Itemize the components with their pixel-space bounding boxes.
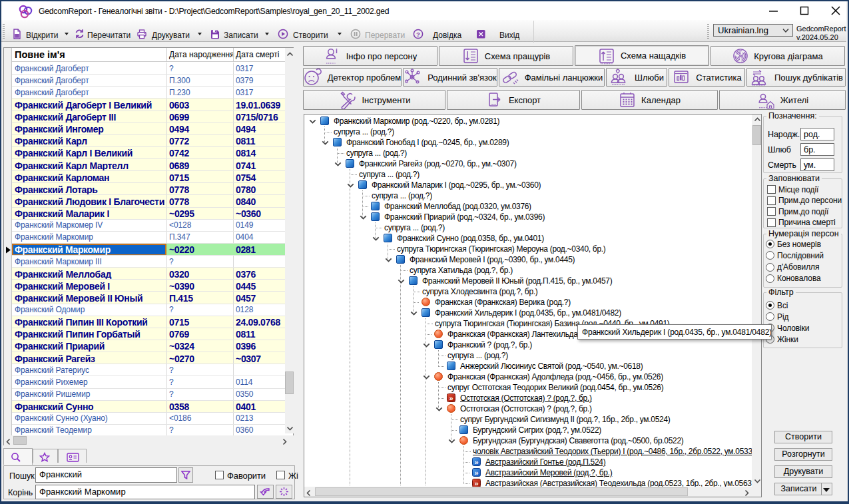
svg-text:?: ? <box>416 31 420 38</box>
